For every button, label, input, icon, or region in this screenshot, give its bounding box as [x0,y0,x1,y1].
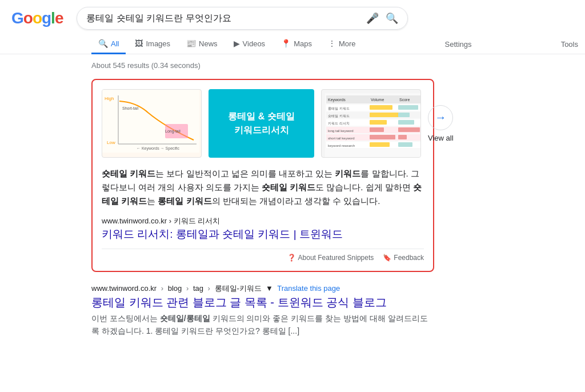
snippet-result-link[interactable]: 키워드 리서치: 롱테일과 숏테일 키워드 | 트윈워드 [102,228,343,240]
search-bar: 🎤 🔍 [77,7,408,30]
search-icons: 🎤 🔍 [366,12,398,25]
svg-text:Keywords: Keywords [328,98,346,102]
tab-maps[interactable]: 📍 Maps [274,34,319,54]
svg-rect-0 [102,90,199,153]
snippet-image-2: 롱테일 & 숏테일 키워드리서치 tw... [209,89,314,158]
svg-text:Volume: Volume [371,98,384,102]
svg-text:long tail keyword: long tail keyword [328,129,354,133]
feedback-label: Feedback [394,254,424,262]
svg-text:Long-tail: Long-tail [165,129,181,134]
svg-rect-33 [398,135,407,139]
videos-icon: ▶ [234,39,240,48]
search-input[interactable] [86,13,360,23]
svg-text:Short-tail: Short-tail [122,106,138,110]
bookmark-icon: 🔖 [383,254,391,262]
translate-link[interactable]: Translate this page [277,284,340,293]
result-url-part4: 롱테일-키워드 [215,284,262,293]
about-featured-snippets-link[interactable]: ❓ About Featured Snippets [287,254,374,262]
svg-rect-24 [370,120,387,125]
svg-rect-20 [370,113,401,117]
tools-link[interactable]: Tools [554,35,585,53]
tab-more[interactable]: ⋮ More [321,34,363,54]
svg-rect-36 [370,142,390,147]
svg-rect-32 [370,135,395,139]
snippet-images-row: High Low ← Keywords → Specific Short-tai… [102,89,424,158]
regular-result-snippet: 이번 포스팅에서는 숏테일/롱테일 키워드의 의미와 좋은 키워드를 찾는 방법… [91,312,434,337]
nav-tabs: 🔍 All 🖼 Images 📰 News ▶ Videos 📍 Maps ⋮ … [0,30,585,54]
header: Google 🎤 🔍 [0,0,585,30]
result-url-part3: tag [193,284,203,293]
svg-text:short tail keyword: short tail keyword [328,137,355,140]
tab-maps-label: Maps [294,39,312,48]
snippet-image-2-line2: 키워드리서치 [234,123,289,137]
snippet-image-2-line1: 롱테일 & 숏테일 [228,110,294,123]
svg-text:← Keywords →  Specific: ← Keywords → Specific [137,146,180,151]
feedback-link[interactable]: 🔖 Feedback [383,254,424,262]
snippet-body: 숏테일 키워드는 보다 일반적이고 넓은 의미를 내포하고 있는 키워드를 말합… [102,167,424,208]
breadcrumb-sep1: › [161,284,166,293]
maps-icon: 📍 [281,39,291,48]
all-icon: 🔍 [98,39,108,48]
view-all-button[interactable]: → View all [428,105,454,142]
snippet-image-1: High Low ← Keywords → Specific Short-tai… [102,89,202,158]
svg-text:keyword research: keyword research [328,144,355,147]
breadcrumb-sep3: › [208,284,213,293]
svg-rect-25 [398,120,414,125]
view-all-arrow-icon[interactable]: → [428,105,453,130]
results-area: About 545 results (0.34 seconds) High Lo… [0,54,434,337]
result-url-part2: blog [168,284,182,293]
svg-rect-28 [370,127,384,132]
svg-rect-29 [398,127,420,132]
svg-text:키워드 리서치: 키워드 리서치 [328,122,350,125]
about-featured-snippets-label: About Featured Snippets [298,254,374,262]
tab-images-label: Images [146,39,170,48]
result-url-part1: www.twinword.co.kr [91,284,157,293]
breadcrumb-sep2: › [186,284,191,293]
svg-text:High: High [105,96,114,101]
question-circle-icon: ❓ [287,254,296,262]
featured-snippet: High Low ← Keywords → Specific Short-tai… [91,79,434,272]
search-button-icon[interactable]: 🔍 [386,12,398,25]
images-icon: 🖼 [135,39,143,48]
news-icon: 📰 [186,39,196,48]
view-all-label: View all [428,134,454,142]
snippet-source-url: www.twinword.co.kr › 키워드 리서치 [102,216,424,226]
svg-text:Low: Low [107,140,115,145]
svg-rect-16 [370,105,392,110]
result-breadcrumb: www.twinword.co.kr › blog › tag › 롱테일-키워… [91,283,434,294]
svg-rect-17 [398,105,418,110]
snippet-image-3: Keywords Volume Score 롱테일 키워드 숏테일 키워드 [321,89,421,158]
tab-all[interactable]: 🔍 All [91,34,126,54]
svg-text:Score: Score [399,98,410,102]
tab-videos-label: Videos [243,39,266,48]
snippet-footer: ❓ About Featured Snippets 🔖 Feedback [102,249,424,262]
tab-more-label: More [339,39,356,48]
tab-all-label: All [111,39,119,48]
tab-videos[interactable]: ▶ Videos [227,34,273,54]
svg-text:롱테일 키워드: 롱테일 키워드 [328,107,350,110]
settings-link[interactable]: Settings [438,35,479,53]
regular-result: www.twinword.co.kr › blog › tag › 롱테일-키워… [91,283,434,337]
tab-news-label: News [199,39,218,48]
svg-rect-21 [398,113,410,117]
mic-icon[interactable]: 🎤 [366,12,379,25]
more-icon: ⋮ [328,39,336,48]
results-count: About 545 results (0.34 seconds) [91,61,434,70]
tab-news[interactable]: 📰 News [179,34,225,54]
tab-images[interactable]: 🖼 Images [128,34,177,54]
svg-text:숏테일 키워드: 숏테일 키워드 [328,114,350,118]
google-logo: Google [11,9,63,27]
regular-result-title[interactable]: 롱테일 키워드 관련 블로그 글 목록 - 트윈워드 공식 블로그 [91,295,434,310]
svg-rect-37 [398,142,412,147]
